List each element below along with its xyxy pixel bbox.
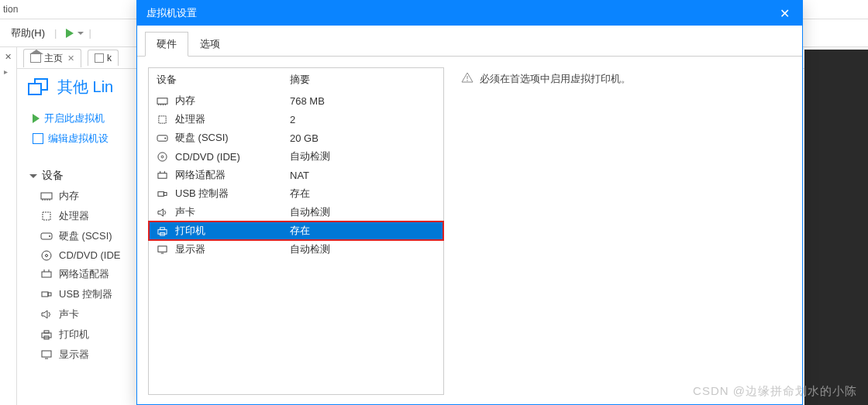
device-summary: 2	[290, 114, 295, 125]
device-summary: 存在	[290, 224, 310, 238]
warning-text: 必须在首选项中启用虚拟打印机。	[480, 72, 631, 86]
device-summary: 自动检测	[290, 149, 330, 163]
dialog-titlebar: 虚拟机设置 ✕	[137, 1, 802, 26]
device-name: 网络适配器	[175, 168, 290, 182]
hardware-row[interactable]: 打印机存在	[149, 221, 443, 240]
close-button[interactable]: ✕	[777, 6, 793, 21]
device-name: 处理器	[175, 112, 290, 126]
hardware-row[interactable]: 内存768 MB	[149, 91, 443, 110]
tab-options[interactable]: 选项	[188, 32, 232, 57]
device-name: 内存	[175, 94, 290, 108]
dialog-title: 虚拟机设置	[146, 6, 197, 20]
device-label: USB 控制器	[59, 287, 112, 301]
play-icon	[33, 114, 40, 123]
memory-icon	[157, 96, 170, 106]
harddisk-icon	[157, 133, 170, 143]
vm-settings-dialog: 虚拟机设置 ✕ 硬件 选项 设备 摘要 内存768 MB处理器2硬盘 (SCSI…	[136, 0, 803, 405]
vm-logo-icon	[28, 78, 50, 97]
device-label: 打印机	[59, 328, 89, 342]
harddisk-icon	[40, 231, 53, 242]
device-name: CD/DVD (IDE)	[175, 151, 290, 163]
collapse-strip[interactable]: ✕ ▸	[0, 47, 17, 405]
printer-icon	[40, 329, 53, 340]
warning-message: 必须在首选项中启用虚拟打印机。	[461, 72, 784, 86]
device-summary: 自动检测	[290, 205, 330, 219]
link-label: 开启此虚拟机	[44, 112, 105, 125]
device-label: 处理器	[59, 209, 89, 223]
device-summary: NAT	[290, 170, 309, 181]
device-summary: 存在	[290, 187, 310, 201]
cpu-icon	[157, 115, 170, 125]
hardware-row[interactable]: 网络适配器NAT	[149, 166, 443, 184]
hardware-row[interactable]: 显示器自动检测	[149, 240, 443, 259]
device-name: 显示器	[175, 242, 290, 256]
hardware-row[interactable]: 处理器2	[149, 110, 443, 129]
device-summary: 自动检测	[290, 242, 330, 256]
sound-icon	[157, 208, 170, 218]
device-name: 打印机	[175, 224, 290, 238]
dropdown-icon	[78, 32, 84, 35]
device-summary: 768 MB	[290, 95, 325, 107]
edit-icon	[33, 133, 43, 144]
display-icon	[157, 245, 170, 255]
network-icon	[157, 170, 170, 180]
hardware-row[interactable]: USB 控制器存在	[149, 184, 443, 203]
vm-title: 其他 Lin	[57, 77, 113, 98]
usb-icon	[157, 189, 170, 199]
col-device: 设备	[157, 73, 290, 87]
separator: |	[88, 27, 91, 39]
close-icon[interactable]: ✕	[67, 53, 74, 63]
col-summary: 摘要	[290, 73, 310, 87]
play-button[interactable]	[66, 29, 84, 38]
network-icon	[40, 269, 53, 280]
cd-icon	[40, 250, 53, 261]
play-icon	[66, 29, 74, 38]
home-icon	[30, 53, 41, 63]
memory-icon	[40, 190, 53, 201]
separator: |	[54, 27, 57, 39]
help-menu[interactable]: 帮助(H)	[6, 23, 50, 43]
device-label: 网络适配器	[59, 267, 109, 281]
device-name: 硬盘 (SCSI)	[175, 131, 290, 145]
hardware-row[interactable]: CD/DVD (IDE)自动检测	[149, 147, 443, 166]
vm-tab[interactable]: k	[88, 50, 119, 66]
printer-icon	[157, 226, 170, 236]
tab-label: 主页	[44, 52, 63, 65]
cd-icon	[157, 152, 170, 162]
device-name: USB 控制器	[175, 187, 290, 201]
device-summary: 20 GB	[290, 132, 319, 144]
link-label: 编辑虚拟机设	[48, 132, 108, 146]
close-icon[interactable]: ✕	[5, 52, 12, 62]
sound-icon	[40, 309, 53, 320]
device-label: 声卡	[59, 307, 79, 321]
hardware-list-header: 设备 摘要	[149, 68, 443, 91]
arrow-icon: ▸	[4, 67, 8, 76]
detail-panel: 必须在首选项中启用虚拟打印机。	[453, 67, 791, 395]
header-label: 设备	[42, 169, 64, 183]
device-label: 硬盘 (SCSI)	[59, 229, 112, 243]
device-label: 内存	[59, 189, 79, 203]
home-tab[interactable]: 主页 ✕	[23, 49, 81, 67]
hardware-row[interactable]: 声卡自动检测	[149, 203, 443, 221]
cpu-icon	[40, 211, 53, 221]
chevron-down-icon	[29, 174, 37, 178]
warning-icon	[461, 72, 474, 83]
display-icon	[40, 349, 53, 360]
vm-icon	[95, 53, 104, 63]
device-name: 声卡	[175, 205, 290, 219]
device-label: CD/DVD (IDE	[59, 249, 120, 261]
preview-panel	[804, 50, 868, 405]
usb-icon	[40, 289, 53, 300]
tab-label: k	[107, 53, 112, 63]
tab-hardware[interactable]: 硬件	[145, 32, 188, 57]
device-label: 显示器	[59, 348, 89, 362]
dialog-tabs: 硬件 选项	[137, 26, 802, 57]
hardware-row[interactable]: 硬盘 (SCSI)20 GB	[149, 129, 443, 147]
hardware-list-panel: 设备 摘要 内存768 MB处理器2硬盘 (SCSI)20 GBCD/DVD (…	[148, 67, 444, 395]
